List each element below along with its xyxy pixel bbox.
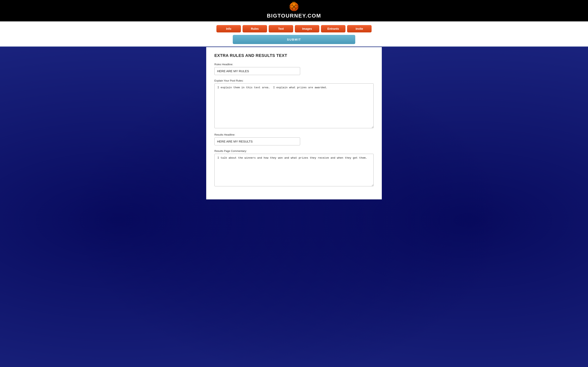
main-content: EXTRA RULES AND RESULTS TEXT Rules Headl… xyxy=(206,47,382,200)
logo-container: BIGTOURNEY.COM xyxy=(0,2,588,19)
site-title: BIGTOURNEY.COM xyxy=(267,13,321,19)
results-commentary-group: Results Page Commentary: xyxy=(214,150,374,187)
site-header: BIGTOURNEY.COM xyxy=(0,0,588,21)
nav-bar: Info Rules Text Images Entrants Invite S… xyxy=(0,21,588,47)
results-commentary-label: Results Page Commentary: xyxy=(214,150,374,152)
tab-invite[interactable]: Invite xyxy=(347,25,372,33)
submit-button[interactable]: SUBMIT xyxy=(233,35,355,44)
explain-rules-group: Explain Your Pool Rules: xyxy=(214,79,374,129)
tab-info[interactable]: Info xyxy=(216,25,241,33)
rules-headline-input[interactable] xyxy=(214,67,300,75)
explain-rules-textarea[interactable] xyxy=(214,83,374,128)
tab-entrants[interactable]: Entrants xyxy=(321,25,346,33)
tab-rules[interactable]: Rules xyxy=(242,25,267,33)
tab-text[interactable]: Text xyxy=(269,25,293,33)
section-title: EXTRA RULES AND RESULTS TEXT xyxy=(214,53,374,58)
results-headline-label: Results Headline: xyxy=(214,133,374,136)
rules-headline-label: Rules Headline: xyxy=(214,63,374,66)
nav-tabs: Info Rules Text Images Entrants Invite xyxy=(216,25,372,33)
basketball-icon xyxy=(289,2,299,12)
explain-rules-label: Explain Your Pool Rules: xyxy=(214,79,374,82)
results-headline-group: Results Headline: xyxy=(214,133,374,145)
results-commentary-textarea[interactable] xyxy=(214,154,374,186)
tab-images[interactable]: Images xyxy=(295,25,319,33)
rules-headline-group: Rules Headline: xyxy=(214,63,374,75)
results-headline-input[interactable] xyxy=(214,137,300,145)
